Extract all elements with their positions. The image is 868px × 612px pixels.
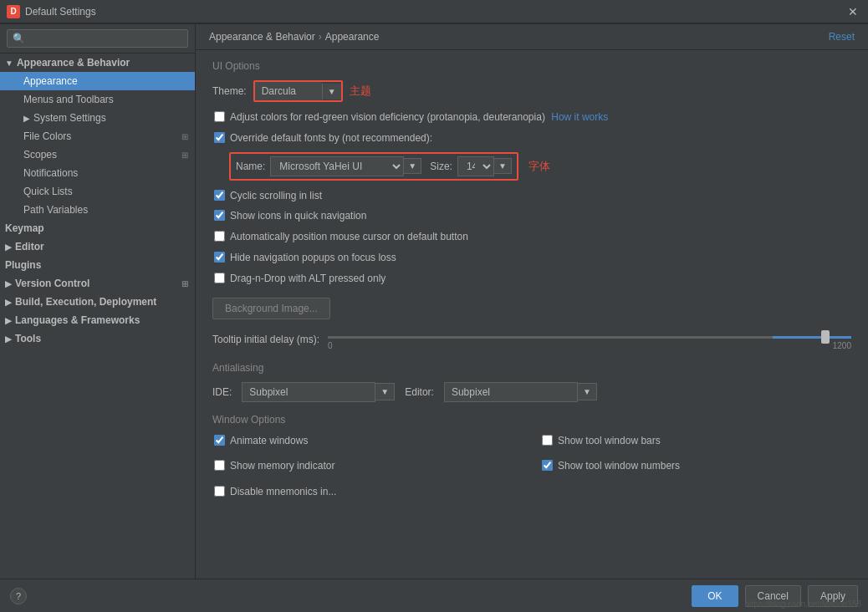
expand-arrow: ▶	[5, 334, 12, 344]
sidebar-item-plugins[interactable]: Plugins	[0, 256, 195, 274]
breadcrumb-arrow: ›	[319, 31, 322, 43]
watermark: https://blog.csdn.net/Marlon158	[744, 599, 861, 609]
tooltip-delay-label: Tooltip initial delay (ms):	[212, 334, 319, 345]
sidebar-item-keymap[interactable]: Keymap	[0, 219, 195, 237]
sidebar-item-label: Quick Lists	[23, 186, 73, 197]
font-name-label: Name:	[236, 161, 265, 172]
sidebar-item-label: Tools	[15, 333, 41, 344]
expand-arrow: ▶	[23, 114, 30, 123]
editor-aa-select[interactable]: Subpixel	[444, 382, 578, 402]
sidebar-item-appearance[interactable]: Appearance	[0, 72, 195, 90]
checkbox-red-green-label: Adjust colors for red-green vision defic…	[230, 110, 608, 125]
checkbox-show-icons-row: Show icons in quick navigation	[212, 209, 851, 223]
sidebar-item-label: Plugins	[5, 259, 41, 271]
window-options-title: Window Options	[212, 414, 851, 426]
font-row-wrapper: Name: Microsoft YaHei UI ▼ Size: 14 ▼	[229, 152, 518, 181]
checkbox-hide-nav-row: Hide navigation popups on focus loss	[212, 251, 851, 265]
slider-track-wrapper: 0 1200	[328, 329, 851, 350]
checkbox-disable-mnemonics-label: Disable mnemonics in...	[230, 485, 336, 499]
font-size-dropdown-arrow[interactable]: ▼	[494, 158, 512, 174]
editor-aa-select-wrapper: Subpixel ▼	[444, 382, 597, 402]
checkbox-show-tool-numbers-label: Show tool window numbers	[558, 459, 680, 473]
breadcrumb: Appearance & Behavior › Appearance Reset	[196, 24, 868, 50]
sidebar-item-menus-toolbars[interactable]: Menus and Toolbars	[0, 90, 195, 109]
ide-aa-select[interactable]: Subpixel	[242, 382, 375, 402]
font-size-select[interactable]: 14	[457, 156, 494, 176]
breadcrumb-root[interactable]: Appearance & Behavior	[209, 31, 315, 43]
main-container: ▼ Appearance & Behavior Appearance Menus…	[0, 23, 868, 579]
checkbox-cyclic-scrolling-label: Cyclic scrolling in list	[230, 189, 322, 203]
checkbox-red-green-row: Adjust colors for red-green vision defic…	[212, 110, 851, 125]
file-icon: ⊞	[181, 132, 188, 141]
search-input[interactable]	[7, 29, 188, 48]
checkbox-show-tool-bars[interactable]	[542, 435, 553, 446]
checkbox-show-memory-label: Show memory indicator	[230, 459, 334, 473]
reset-button[interactable]: Reset	[829, 31, 855, 43]
sidebar-item-languages-frameworks[interactable]: ▶ Languages & Frameworks	[0, 311, 195, 329]
background-image-button[interactable]: Background Image...	[212, 298, 330, 319]
checkbox-disable-mnemonics-row: Disable mnemonics in...	[212, 485, 523, 499]
how-it-works-link[interactable]: How it works	[551, 111, 608, 123]
sidebar-item-quick-lists[interactable]: Quick Lists	[0, 182, 195, 201]
sidebar-item-editor[interactable]: ▶ Editor	[0, 237, 195, 256]
sidebar-item-appearance-behavior[interactable]: ▼ Appearance & Behavior	[0, 54, 195, 72]
ok-button[interactable]: OK	[692, 585, 738, 607]
sidebar-item-label: Keymap	[5, 222, 44, 234]
sidebar-item-build-execution[interactable]: ▶ Build, Execution, Deployment	[0, 293, 195, 311]
content-area: Appearance & Behavior › Appearance Reset…	[196, 24, 868, 579]
theme-select[interactable]: Darcula	[255, 82, 322, 100]
app-icon: D	[7, 5, 20, 18]
sidebar-item-version-control[interactable]: ▶ Version Control ⊞	[0, 274, 195, 293]
checkbox-animate-windows[interactable]	[214, 435, 225, 446]
checkbox-red-green[interactable]	[214, 111, 225, 122]
title-bar: D Default Settings ✕	[0, 0, 868, 23]
checkbox-drag-drop[interactable]	[214, 273, 225, 283]
file-icon: ⊞	[181, 150, 188, 160]
checkbox-show-icons[interactable]	[214, 210, 225, 221]
checkbox-auto-position[interactable]	[214, 231, 225, 242]
checkbox-cyclic-scrolling-row: Cyclic scrolling in list	[212, 189, 851, 203]
sidebar-search-wrapper	[0, 24, 195, 54]
editor-aa-label: Editor:	[405, 386, 434, 398]
font-name-select[interactable]: Microsoft YaHei UI	[270, 156, 404, 176]
close-button[interactable]: ✕	[845, 3, 861, 20]
sidebar-item-path-variables[interactable]: Path Variables	[0, 201, 195, 219]
checkbox-override-fonts-row: Override default fonts by (not recommend…	[212, 131, 851, 145]
sidebar-item-label: Editor	[15, 241, 44, 252]
sidebar-item-label: Scopes	[23, 149, 57, 161]
font-name-dropdown-arrow[interactable]: ▼	[404, 158, 421, 174]
checkbox-override-fonts[interactable]	[214, 132, 225, 143]
font-size-select-wrapper: 14 ▼	[457, 156, 512, 176]
checkbox-show-memory-row: Show memory indicator	[212, 459, 523, 473]
theme-label: Theme:	[212, 85, 247, 97]
editor-aa-dropdown-arrow[interactable]: ▼	[578, 383, 597, 400]
font-name-select-wrapper: Microsoft YaHei UI ▼	[270, 156, 421, 176]
theme-dropdown-arrow[interactable]: ▼	[322, 84, 341, 99]
sidebar-item-notifications[interactable]: Notifications	[0, 164, 195, 182]
checkbox-auto-position-row: Automatically position mouse cursor on d…	[212, 230, 851, 244]
checkbox-hide-nav-label: Hide navigation popups on focus loss	[230, 251, 396, 265]
antialiasing-title: Antialiasing	[212, 362, 851, 374]
checkbox-hide-nav[interactable]	[214, 252, 225, 263]
sidebar-item-label: Path Variables	[23, 204, 88, 216]
file-icon: ⊞	[181, 279, 188, 288]
sidebar-item-label: Menus and Toolbars	[23, 94, 114, 105]
checkbox-drag-drop-row: Drag-n-Drop with ALT pressed only	[212, 272, 851, 286]
tooltip-delay-slider[interactable]	[328, 336, 851, 339]
help-button[interactable]: ?	[10, 588, 27, 604]
ide-aa-dropdown-arrow[interactable]: ▼	[375, 383, 395, 400]
sidebar: ▼ Appearance & Behavior Appearance Menus…	[0, 24, 196, 579]
antialiasing-section: Antialiasing IDE: Subpixel ▼ Editor: Sub…	[212, 362, 851, 402]
checkbox-show-tool-numbers[interactable]	[542, 460, 553, 471]
sidebar-item-file-colors[interactable]: File Colors ⊞	[0, 127, 195, 145]
slider-row: Tooltip initial delay (ms): 0 1200	[212, 329, 851, 350]
settings-content: UI Options Theme: Darcula ▼ 主题 Adjust co…	[196, 50, 868, 528]
sidebar-item-scopes[interactable]: Scopes ⊞	[0, 145, 195, 164]
checkbox-cyclic-scrolling[interactable]	[214, 190, 225, 201]
window-options-grid: Animate windows Show tool window bars Sh…	[212, 434, 851, 506]
sidebar-item-tools[interactable]: ▶ Tools	[0, 329, 195, 348]
checkbox-show-memory[interactable]	[214, 460, 225, 471]
checkbox-disable-mnemonics[interactable]	[214, 486, 225, 497]
checkbox-animate-windows-label: Animate windows	[230, 434, 308, 448]
sidebar-item-system-settings[interactable]: ▶ System Settings	[0, 109, 195, 127]
